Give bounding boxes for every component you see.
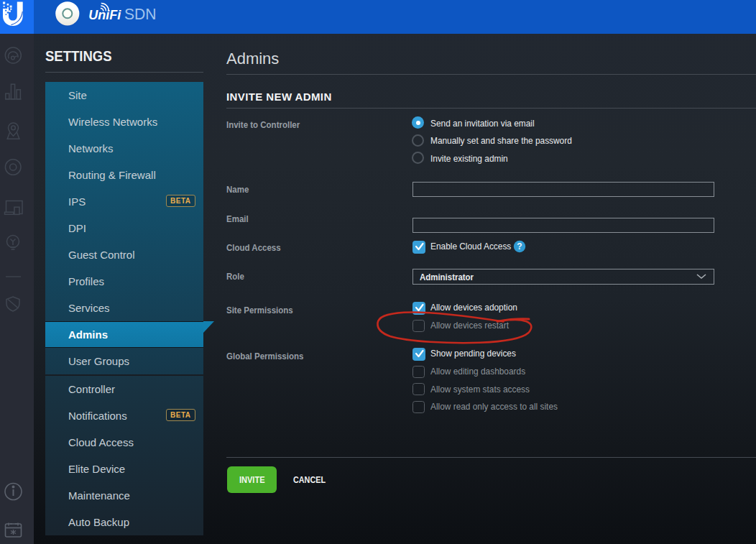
svg-text:?: ? xyxy=(517,241,522,252)
